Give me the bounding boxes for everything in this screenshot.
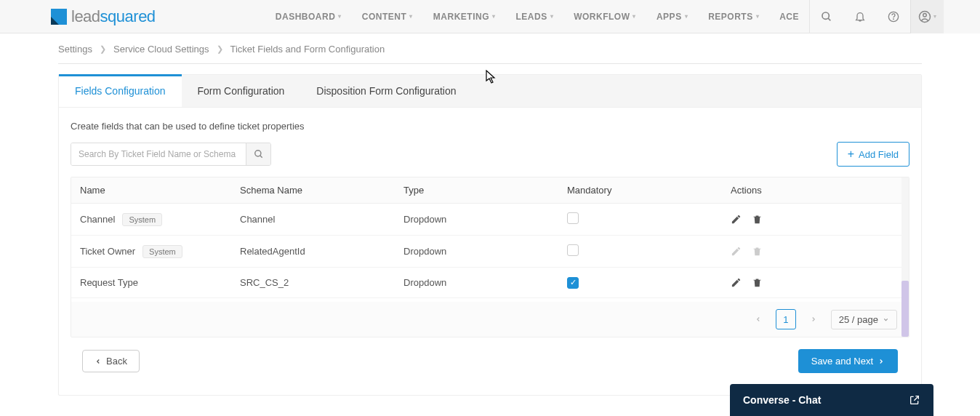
col-header-actions: Actions bbox=[722, 177, 909, 203]
nav-content[interactable]: CONTENT▾ bbox=[352, 0, 423, 33]
delete-icon bbox=[752, 246, 763, 257]
chevron-right-icon bbox=[810, 316, 817, 323]
search-icon bbox=[254, 149, 264, 159]
system-badge: System bbox=[122, 213, 162, 226]
scrollbar-thumb[interactable] bbox=[901, 281, 909, 337]
page-size-select[interactable]: 25 / page bbox=[831, 310, 897, 329]
toolbar: + Add Field bbox=[71, 142, 909, 167]
help-icon[interactable] bbox=[877, 0, 910, 33]
bell-icon[interactable] bbox=[843, 0, 877, 33]
breadcrumb-settings[interactable]: Settings bbox=[58, 44, 92, 55]
cell-name: Request Type bbox=[71, 268, 231, 297]
profile-icon[interactable]: ▾ bbox=[910, 0, 944, 33]
nav-marketing[interactable]: MARKETING▾ bbox=[423, 0, 506, 33]
breadcrumb: Settings ❯ Service Cloud Settings ❯ Tick… bbox=[0, 33, 980, 63]
table-row: ChannelSystemChannelDropdown bbox=[71, 204, 909, 236]
back-button[interactable]: Back bbox=[82, 350, 140, 372]
logo-text: leadsquared bbox=[71, 7, 156, 26]
table-footer: 1 25 / page bbox=[71, 302, 909, 337]
svg-point-3 bbox=[893, 19, 893, 20]
cell-type: Dropdown bbox=[395, 237, 558, 265]
table-row: Request TypeSRC_CS_2Dropdown✓ bbox=[71, 268, 909, 298]
cell-schema: RelatedAgentId bbox=[231, 237, 395, 265]
add-field-button[interactable]: + Add Field bbox=[837, 142, 909, 167]
nav-apps[interactable]: APPS▾ bbox=[646, 0, 698, 33]
chevron-down-icon: ▾ bbox=[933, 13, 936, 20]
mandatory-checkbox[interactable] bbox=[567, 244, 579, 256]
panel-description: Create fields that can be used to define… bbox=[71, 121, 909, 132]
chevron-down-icon: ▾ bbox=[409, 13, 413, 20]
cell-schema: SRC_CS_2 bbox=[231, 268, 395, 297]
delete-icon[interactable] bbox=[752, 214, 763, 225]
tabs: Fields Configuration Form Configuration … bbox=[59, 75, 921, 108]
chat-widget[interactable]: Converse - Chat bbox=[730, 384, 933, 396]
page-next-button[interactable] bbox=[805, 311, 822, 328]
nav-ace[interactable]: ACE bbox=[769, 0, 809, 33]
svg-point-5 bbox=[923, 13, 926, 17]
save-next-button[interactable]: Save and Next bbox=[798, 349, 898, 373]
search-button[interactable] bbox=[246, 143, 270, 165]
col-header-mandatory: Mandatory bbox=[558, 177, 722, 203]
chevron-down-icon: ▾ bbox=[685, 13, 688, 20]
svg-line-7 bbox=[260, 156, 262, 158]
cell-actions bbox=[722, 237, 909, 265]
edit-icon[interactable] bbox=[731, 277, 742, 288]
search-input[interactable] bbox=[71, 143, 246, 165]
breadcrumb-current: Ticket Fields and Form Configuration bbox=[230, 44, 385, 55]
cell-actions bbox=[722, 268, 909, 297]
nav-workflow[interactable]: WORKFLOW▾ bbox=[563, 0, 646, 33]
page-number[interactable]: 1 bbox=[776, 309, 796, 329]
chevron-right-icon bbox=[877, 358, 885, 365]
cell-actions bbox=[722, 205, 909, 233]
nav-spacer bbox=[944, 0, 980, 33]
mandatory-checkbox[interactable] bbox=[567, 212, 579, 224]
chevron-down-icon: ▾ bbox=[338, 13, 342, 20]
chevron-down-icon: ▾ bbox=[632, 13, 636, 20]
cell-name: Ticket OwnerSystem bbox=[71, 236, 231, 267]
nav-items: DASHBOARD▾ CONTENT▾ MARKETING▾ LEADS▾ WO… bbox=[265, 0, 809, 33]
tab-fields-config[interactable]: Fields Configuration bbox=[59, 74, 182, 107]
page-prev-button[interactable] bbox=[750, 311, 767, 328]
col-header-schema: Schema Name bbox=[231, 177, 395, 203]
chat-title: Converse - Chat bbox=[743, 394, 821, 396]
logo-icon bbox=[51, 9, 67, 25]
cell-schema: Channel bbox=[231, 205, 395, 233]
cell-mandatory bbox=[558, 236, 722, 267]
svg-point-6 bbox=[254, 151, 260, 156]
content-card: Fields Configuration Form Configuration … bbox=[58, 74, 922, 396]
nav-dashboard[interactable]: DASHBOARD▾ bbox=[265, 0, 352, 33]
chevron-right-icon: ❯ bbox=[100, 44, 106, 54]
scrollbar-track[interactable] bbox=[901, 177, 909, 337]
nav-icons: ▾ bbox=[809, 0, 944, 33]
search-icon[interactable] bbox=[810, 0, 843, 33]
cell-mandatory bbox=[558, 204, 722, 235]
table-row: Ticket OwnerSystemRelatedAgentIdDropdown bbox=[71, 236, 909, 268]
system-badge: System bbox=[142, 245, 182, 258]
plus-icon: + bbox=[848, 148, 854, 161]
cell-mandatory: ✓ bbox=[558, 268, 722, 297]
nav-reports[interactable]: REPORTS▾ bbox=[698, 0, 769, 33]
bottom-bar: Back Save and Next bbox=[71, 337, 909, 385]
tab-form-config[interactable]: Form Configuration bbox=[182, 75, 301, 107]
chevron-down-icon: ▾ bbox=[550, 13, 554, 20]
edit-icon bbox=[731, 246, 742, 257]
table-body[interactable]: ChannelSystemChannelDropdownTicket Owner… bbox=[71, 204, 909, 302]
nav-leads[interactable]: LEADS▾ bbox=[505, 0, 563, 33]
panel: Create fields that can be used to define… bbox=[59, 108, 921, 395]
mandatory-checkbox[interactable]: ✓ bbox=[567, 277, 579, 289]
chevron-down-icon: ▾ bbox=[756, 13, 760, 20]
breadcrumb-divider bbox=[58, 63, 922, 64]
chevron-left-icon bbox=[755, 316, 762, 323]
delete-icon[interactable] bbox=[752, 277, 763, 288]
edit-icon[interactable] bbox=[731, 214, 742, 225]
tab-disposition-form-config[interactable]: Disposition Form Configuration bbox=[300, 75, 472, 107]
fields-table: Name Schema Name Type Mandatory Actions … bbox=[71, 177, 909, 337]
svg-line-1 bbox=[828, 18, 830, 20]
cell-type: Dropdown bbox=[395, 205, 558, 233]
cell-name: ChannelSystem bbox=[71, 204, 231, 235]
breadcrumb-service-cloud[interactable]: Service Cloud Settings bbox=[113, 44, 209, 55]
table-header: Name Schema Name Type Mandatory Actions bbox=[71, 177, 909, 204]
logo[interactable]: leadsquared bbox=[51, 7, 156, 26]
cell-type: Dropdown bbox=[395, 268, 558, 297]
chevron-left-icon bbox=[95, 358, 102, 365]
